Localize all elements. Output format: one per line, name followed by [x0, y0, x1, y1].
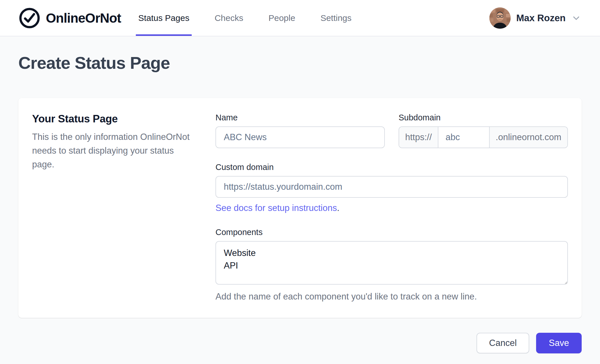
docs-link-suffix: . — [337, 203, 340, 213]
components-field: Components Website API Add the name of e… — [215, 228, 568, 302]
main-content: Create Status Page Your Status Page This… — [0, 36, 600, 364]
status-page-form: Name Subdomain https:// .onlineornot.com… — [215, 113, 568, 302]
name-input[interactable] — [215, 126, 385, 148]
status-page-card: Your Status Page This is the only inform… — [18, 98, 582, 318]
avatar — [489, 7, 511, 29]
nav-item-checks[interactable]: Checks — [212, 0, 246, 36]
app: OnlineOrNot Status Pages Checks People S… — [0, 0, 600, 364]
section-description: This is the only information OnlineOrNot… — [32, 130, 193, 171]
docs-link[interactable]: See docs for setup instructions — [215, 203, 337, 213]
form-actions: Cancel Save — [18, 333, 582, 353]
subdomain-protocol-prefix: https:// — [399, 127, 438, 148]
components-help: Add the name of each component you'd lik… — [215, 291, 568, 302]
user-menu[interactable]: Max Rozen — [489, 0, 582, 36]
section-intro: Your Status Page This is the only inform… — [32, 113, 193, 302]
cancel-button[interactable]: Cancel — [477, 333, 530, 353]
subdomain-label: Subdomain — [399, 113, 568, 122]
subdomain-field: Subdomain https:// .onlineornot.com — [399, 113, 568, 148]
name-label: Name — [215, 113, 385, 122]
subdomain-input[interactable] — [438, 127, 490, 148]
subdomain-domain-suffix: .onlineornot.com — [490, 127, 567, 148]
custom-domain-input[interactable] — [215, 176, 568, 198]
user-name: Max Rozen — [516, 13, 566, 24]
components-textarea[interactable]: Website API — [215, 241, 568, 285]
custom-domain-label: Custom domain — [215, 163, 568, 172]
nav-item-settings[interactable]: Settings — [318, 0, 354, 36]
save-button[interactable]: Save — [536, 333, 582, 353]
components-label: Components — [215, 228, 568, 237]
brand-name: OnlineOrNot — [46, 10, 121, 26]
top-nav: OnlineOrNot Status Pages Checks People S… — [0, 0, 600, 36]
custom-domain-field: Custom domain See docs for setup instruc… — [215, 163, 568, 213]
chevron-down-icon — [571, 13, 582, 24]
name-field: Name — [215, 113, 385, 148]
onlineornot-logo-icon — [18, 7, 41, 29]
nav-item-status-pages[interactable]: Status Pages — [136, 0, 191, 36]
page-title: Create Status Page — [18, 53, 582, 73]
primary-nav: Status Pages Checks People Settings — [136, 0, 354, 36]
custom-domain-hint: See docs for setup instructions. — [215, 203, 568, 213]
section-heading: Your Status Page — [32, 113, 193, 125]
subdomain-group: https:// .onlineornot.com — [399, 126, 568, 148]
brand-link[interactable]: OnlineOrNot — [18, 0, 121, 36]
nav-item-people[interactable]: People — [266, 0, 297, 36]
